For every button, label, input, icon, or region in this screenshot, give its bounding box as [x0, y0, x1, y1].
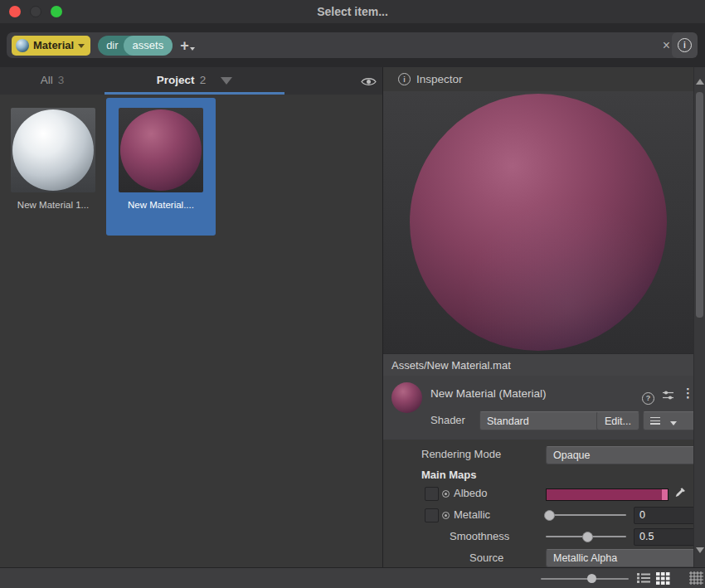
- rendering-mode-dropdown[interactable]: Opaque: [546, 446, 705, 464]
- albedo-color-swatch[interactable]: [546, 488, 669, 501]
- chevron-down-icon: [78, 44, 85, 51]
- help-button[interactable]: ?: [642, 389, 654, 405]
- tab-all[interactable]: All 3: [0, 67, 105, 92]
- material-preview-area[interactable]: [383, 91, 693, 353]
- asset-path-bar: Assets/New Material.mat: [383, 353, 702, 377]
- more-options-button[interactable]: ⋮: [682, 386, 694, 401]
- source-row: Source Metallic Alpha: [383, 548, 693, 568]
- thumbnail-size-knob[interactable]: [587, 574, 596, 583]
- select-item-window: Select item... Material dir assets + × i: [0, 0, 705, 588]
- asset-grid: New Material 1... New Material....: [0, 95, 382, 567]
- main-maps-heading: Main Maps: [421, 465, 476, 485]
- dense-grid-button[interactable]: [689, 571, 703, 588]
- results-tab-bar: All 3 Project 2: [0, 67, 382, 95]
- tab-project-count: 2: [200, 74, 207, 86]
- rendering-mode-value: Opaque: [553, 450, 590, 461]
- dense-grid-icon: [689, 571, 703, 585]
- dir-filter-value: assets: [124, 36, 173, 56]
- list-lines-icon: [650, 417, 660, 425]
- dir-filter-token[interactable]: dir assets: [98, 36, 173, 56]
- search-bar: Material dir assets + × i: [0, 23, 705, 68]
- tab-project-label: Project: [157, 74, 195, 86]
- tab-all-label: All: [41, 74, 53, 86]
- sliders-icon: [662, 390, 674, 401]
- presets-button[interactable]: [662, 389, 674, 404]
- source-label: Source: [469, 548, 503, 568]
- shader-label: Shader: [430, 414, 465, 426]
- help-icon: ?: [642, 392, 654, 405]
- metallic-row: Metallic 0: [383, 505, 693, 525]
- material-type-icon: [16, 39, 29, 52]
- material-inspector-header: New Material (Material) ? ⋮ Shader Stand…: [383, 376, 693, 440]
- toggle-visibility-button[interactable]: [361, 75, 377, 90]
- metallic-slider[interactable]: [546, 514, 626, 516]
- chevron-down-icon[interactable]: [221, 77, 232, 90]
- info-icon: i: [398, 73, 411, 85]
- chevron-down-icon: [670, 421, 677, 429]
- status-bar: [0, 567, 705, 588]
- clear-search-button[interactable]: ×: [663, 38, 670, 53]
- grid-item-new-material-selected[interactable]: New Material....: [106, 98, 216, 236]
- info-icon: i: [678, 38, 692, 52]
- scroll-up-icon[interactable]: [696, 75, 704, 85]
- inspector-header: i Inspector: [383, 67, 705, 91]
- maroon-sphere-preview: [120, 109, 202, 191]
- metallic-slider-knob[interactable]: [544, 510, 555, 521]
- albedo-object-picker-icon[interactable]: [442, 490, 450, 498]
- edit-button-label: Edit...: [605, 415, 631, 427]
- shader-value: Standard: [487, 415, 529, 427]
- list-view-icon: [636, 572, 651, 584]
- edit-shader-button[interactable]: Edit...: [596, 411, 639, 430]
- grid-item-new-material-1[interactable]: New Material 1...: [0, 98, 106, 236]
- dir-filter-key: dir: [98, 39, 123, 51]
- shader-list-dropdown-button[interactable]: [643, 411, 697, 430]
- inspector-title: Inspector: [416, 73, 463, 85]
- eyedropper-icon[interactable]: [673, 487, 686, 503]
- smoothness-value-field[interactable]: 0.5: [634, 528, 695, 546]
- albedo-texture-slot[interactable]: [425, 487, 439, 501]
- metallic-object-picker-icon[interactable]: [442, 512, 450, 519]
- main-maps-row: Main Maps: [383, 465, 693, 485]
- list-view-button[interactable]: [636, 572, 651, 587]
- thumbnail-size-slider[interactable]: [541, 578, 629, 580]
- add-filter-button[interactable]: +: [180, 36, 195, 56]
- source-dropdown[interactable]: Metallic Alpha: [546, 549, 705, 567]
- material-thumbnail: [11, 108, 95, 192]
- plus-icon: +: [180, 36, 189, 56]
- smoothness-slider-knob[interactable]: [582, 532, 593, 542]
- metallic-value-field[interactable]: 0: [634, 507, 695, 524]
- kebab-icon: ⋮: [682, 386, 694, 400]
- type-filter-label: Material: [33, 39, 74, 51]
- type-filter-token[interactable]: Material: [12, 36, 90, 56]
- grid-item-label: New Material....: [128, 200, 194, 210]
- rendering-mode-row: Rendering Mode Opaque: [383, 445, 693, 464]
- grid-view-icon: [656, 572, 670, 585]
- albedo-label: Albedo: [454, 484, 487, 503]
- inspector-panel: i Inspector Assets/New Material.mat New …: [383, 67, 705, 567]
- window-title: Select item...: [0, 5, 705, 18]
- eye-icon: [361, 76, 377, 87]
- chevron-down-icon: [190, 47, 195, 53]
- smoothness-slider[interactable]: [546, 536, 626, 537]
- material-thumbnail: [119, 108, 203, 192]
- metallic-label: Metallic: [454, 505, 490, 525]
- tab-all-count: 3: [58, 74, 65, 86]
- material-properties: Rendering Mode Opaque Main Maps Albedo: [383, 440, 693, 567]
- grid-item-label: New Material 1...: [17, 200, 89, 210]
- title-bar: Select item...: [0, 0, 705, 23]
- search-input[interactable]: Material dir assets + ×: [7, 32, 680, 58]
- search-help-button[interactable]: i: [672, 32, 698, 58]
- source-value: Metallic Alpha: [553, 552, 617, 564]
- smoothness-row: Smoothness 0.5: [383, 527, 693, 547]
- tab-project[interactable]: Project 2: [105, 67, 284, 92]
- scrollbar-thumb[interactable]: [696, 92, 703, 318]
- metallic-texture-slot[interactable]: [425, 508, 439, 522]
- material-preview-sphere: [410, 94, 667, 351]
- gray-sphere-preview: [12, 109, 94, 191]
- asset-path: Assets/New Material.mat: [391, 359, 511, 372]
- scroll-down-icon[interactable]: [696, 547, 704, 557]
- inspector-scrollbar[interactable]: [693, 67, 705, 567]
- smoothness-label: Smoothness: [450, 527, 509, 547]
- grid-view-button[interactable]: [656, 572, 670, 588]
- material-sphere-icon: [391, 382, 422, 413]
